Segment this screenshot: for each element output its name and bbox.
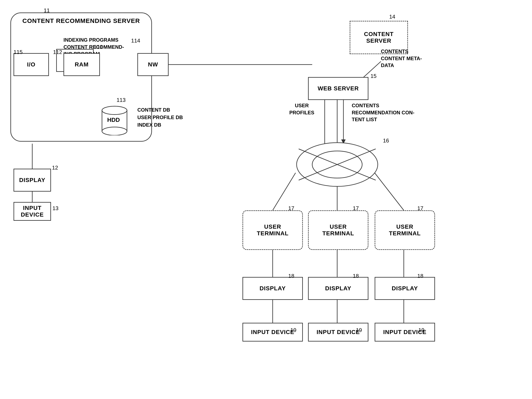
ram-box: RAM	[63, 53, 100, 76]
user-terminal-3-box: USER TERMINAL	[375, 210, 435, 250]
svg-point-26	[102, 106, 127, 115]
network-ellipse	[296, 142, 379, 188]
input-3-box: INPUT DEVICE	[375, 323, 435, 341]
user-terminal-2-box: USER TERMINAL	[308, 210, 368, 250]
nw-box: NW	[137, 53, 169, 76]
ref-18-1: 18	[288, 273, 294, 279]
display-2-box: DISPLAY	[308, 277, 368, 300]
user-profiles-label: USERPROFILES	[289, 102, 314, 116]
ref-19-3: 19	[418, 327, 424, 333]
input-left-box: INPUT DEVICE	[13, 202, 51, 221]
ref-14: 14	[389, 13, 395, 20]
hdd-cylinder: HDD	[98, 102, 131, 136]
ref-17-3: 17	[417, 205, 423, 212]
svg-line-16	[273, 173, 296, 210]
ref-18-2: 18	[353, 273, 359, 279]
user-terminal-1-box: USER TERMINAL	[242, 210, 303, 250]
ref-18-3: 18	[417, 273, 423, 279]
display-3-box: DISPLAY	[375, 277, 435, 300]
ref-13: 13	[52, 205, 58, 212]
ref-12: 12	[52, 165, 58, 171]
ref-113: 113	[117, 97, 126, 103]
ref-16: 16	[383, 137, 389, 144]
contents-meta-label: CONTENTSCONTENT META-DATA	[381, 48, 422, 69]
web-server-box: WEB SERVER	[308, 77, 368, 100]
diagram: 11 CONTENT RECOMMENDING SERVER CPU 111 I…	[0, 0, 532, 399]
svg-line-18	[375, 173, 404, 210]
io-box: I/O	[13, 53, 49, 76]
svg-point-27	[102, 127, 127, 135]
ref-112: 112	[53, 49, 62, 55]
content-recommending-server-label: CONTENT RECOMMENDING SERVER	[22, 17, 140, 24]
ref-17-2: 17	[353, 205, 359, 212]
ref-17-1: 17	[288, 205, 294, 212]
ref-15: 15	[370, 73, 377, 79]
ref-19-2: 19	[356, 327, 362, 333]
contents-rec-label: CONTENTSRECOMMENDATION CON-TENT LIST	[352, 102, 414, 123]
ref-115: 115	[13, 49, 22, 55]
ref-19-1: 19	[290, 327, 296, 333]
display-left-box: DISPLAY	[13, 169, 51, 192]
hdd-label: CONTENT DBUSER PROFILE DBINDEX DB	[137, 106, 183, 129]
display-1-box: DISPLAY	[242, 277, 303, 300]
ref-114: 114	[131, 38, 140, 44]
